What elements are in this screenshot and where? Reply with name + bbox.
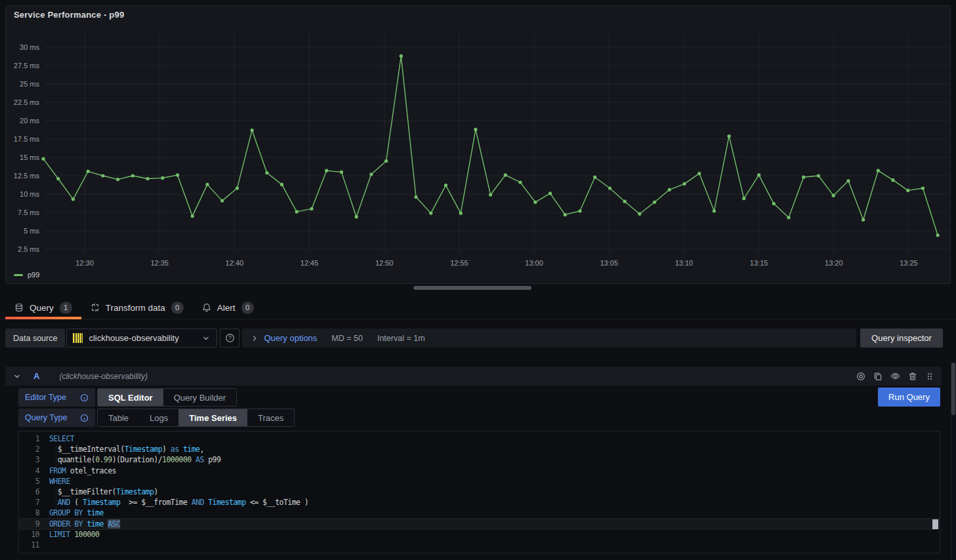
tab-transform-data[interactable]: Transform data 0: [81, 296, 193, 319]
query-options-bar[interactable]: Query options MD = 50 Interval = 1m: [242, 329, 856, 348]
legend-series-color: [14, 274, 23, 276]
query-type-time-series[interactable]: Time Series: [178, 409, 247, 426]
query-ref-id: A: [33, 371, 39, 381]
delete-query-icon[interactable]: [908, 372, 917, 381]
query-options-md: MD = 50: [331, 334, 363, 343]
data-point: [41, 157, 45, 161]
svg-text:12:55: 12:55: [450, 259, 468, 267]
editor-type-query-builder[interactable]: Query Builder: [163, 389, 236, 406]
tab-alert-badge: 0: [241, 302, 254, 314]
data-point: [653, 201, 656, 204]
drag-handle-icon[interactable]: [925, 372, 934, 381]
tab-query[interactable]: Query 1: [5, 296, 81, 319]
tab-transform-badge: 0: [171, 302, 184, 314]
data-point: [846, 179, 850, 182]
bell-icon: [202, 303, 211, 312]
datasource-value: clickhouse-observability: [89, 333, 178, 343]
data-point: [772, 202, 776, 205]
datasource-label: Data source: [5, 329, 65, 348]
data-point: [742, 197, 745, 200]
data-point: [87, 170, 90, 173]
code-line[interactable]: 2 $__timeInterval(Timestamp) as time,: [19, 444, 940, 454]
query-type-table[interactable]: Table: [98, 409, 139, 426]
query-editor-tabs: Query 1 Transform data 0 Alert 0: [0, 296, 956, 319]
data-point: [205, 183, 209, 186]
question-circle-icon: ?: [225, 333, 235, 343]
data-point: [56, 177, 60, 180]
datasource-picker[interactable]: clickhouse-observability: [66, 329, 217, 348]
code-line[interactable]: 4FROM otel_traces: [19, 466, 940, 476]
data-point: [697, 172, 701, 175]
collapse-chevron-icon[interactable]: [12, 372, 22, 381]
data-point: [564, 213, 567, 216]
query-options-label[interactable]: Query options: [264, 333, 317, 343]
data-point: [474, 128, 477, 131]
query-inspector-button[interactable]: Query inspector: [860, 329, 943, 348]
svg-text:13:15: 13:15: [750, 259, 768, 267]
svg-text:13:25: 13:25: [900, 259, 918, 267]
code-line[interactable]: 11: [19, 540, 940, 550]
run-query-button[interactable]: Run Query: [878, 388, 940, 407]
code-line[interactable]: 6 $__timeFilter(Timestamp): [19, 487, 940, 497]
chart-legend[interactable]: p99: [14, 271, 39, 279]
data-point: [578, 209, 581, 212]
code-line[interactable]: 9ORDER BY time ASC: [19, 519, 940, 529]
data-point: [802, 176, 805, 179]
tab-query-badge: 1: [60, 302, 72, 314]
timeseries-panel: Service Performance - p99 2.5 ms5 ms7.5 …: [5, 5, 951, 284]
info-circle-icon[interactable]: [80, 393, 89, 402]
data-point: [638, 212, 641, 216]
code-line[interactable]: 8GROUP BY time: [19, 508, 940, 518]
svg-text:15 ms: 15 ms: [20, 153, 39, 161]
sql-code-editor[interactable]: 1SELECT2 $__timeInterval(Timestamp) as t…: [18, 431, 940, 553]
query-type-traces[interactable]: Traces: [247, 409, 294, 426]
data-point: [682, 182, 686, 186]
indent-guide: [56, 487, 56, 509]
data-point: [489, 193, 492, 197]
data-point: [429, 212, 432, 215]
vertical-scrollbar-thumb[interactable]: [951, 363, 955, 415]
svg-text:12:50: 12:50: [375, 259, 394, 267]
info-circle-icon[interactable]: [80, 414, 89, 422]
data-point: [906, 189, 909, 192]
duplicate-query-icon[interactable]: [873, 372, 883, 381]
svg-text:30 ms: 30 ms: [20, 43, 39, 51]
code-line[interactable]: 3 quantile(0.99)(Duration)/1000000 AS p9…: [19, 454, 940, 465]
editor-type-sql-editor[interactable]: SQL Editor: [98, 389, 163, 406]
data-point: [757, 173, 760, 176]
data-point: [295, 210, 299, 213]
svg-text:12:30: 12:30: [75, 259, 94, 267]
svg-text:12.5 ms: 12.5 ms: [14, 172, 40, 180]
svg-text:10 ms: 10 ms: [20, 190, 39, 198]
overview-ruler-cursor: [932, 519, 938, 529]
p99-line: [43, 56, 938, 235]
disable-query-icon[interactable]: [856, 372, 865, 381]
query-type-logs[interactable]: Logs: [139, 409, 178, 426]
data-point: [131, 174, 135, 177]
tab-alert[interactable]: Alert 0: [193, 296, 263, 319]
svg-text:12:35: 12:35: [150, 259, 169, 267]
timeseries-chart: 2.5 ms5 ms7.5 ms10 ms12.5 ms15 ms17.5 ms…: [6, 6, 950, 283]
datasource-help-button[interactable]: ?: [220, 329, 239, 348]
horizontal-scrollbar-thumb[interactable]: [413, 286, 531, 290]
code-line[interactable]: 1SELECT: [19, 433, 940, 444]
hide-response-icon[interactable]: [890, 371, 900, 381]
data-point: [891, 178, 894, 182]
code-line[interactable]: 10LIMIT 100000: [19, 529, 940, 540]
data-point: [191, 214, 194, 218]
tab-label: Query: [30, 303, 54, 313]
legend-series-label[interactable]: p99: [28, 271, 39, 279]
data-point: [862, 218, 865, 222]
query-type-switch: Table Logs Time Series Traces: [97, 409, 295, 427]
query-row-header[interactable]: A (clickhouse-observability): [5, 367, 942, 386]
code-line[interactable]: 7 AND ( Timestamp >= $__fromTime AND Tim…: [19, 497, 940, 508]
code-line[interactable]: 5WHERE: [19, 476, 940, 487]
data-point: [265, 171, 268, 174]
chevron-right-icon: [251, 334, 259, 342]
svg-text:22.5 ms: 22.5 ms: [14, 98, 40, 106]
data-point: [236, 186, 239, 190]
tab-label: Alert: [217, 303, 236, 313]
database-icon: [14, 303, 24, 312]
data-point: [251, 129, 254, 132]
data-point: [146, 177, 149, 180]
